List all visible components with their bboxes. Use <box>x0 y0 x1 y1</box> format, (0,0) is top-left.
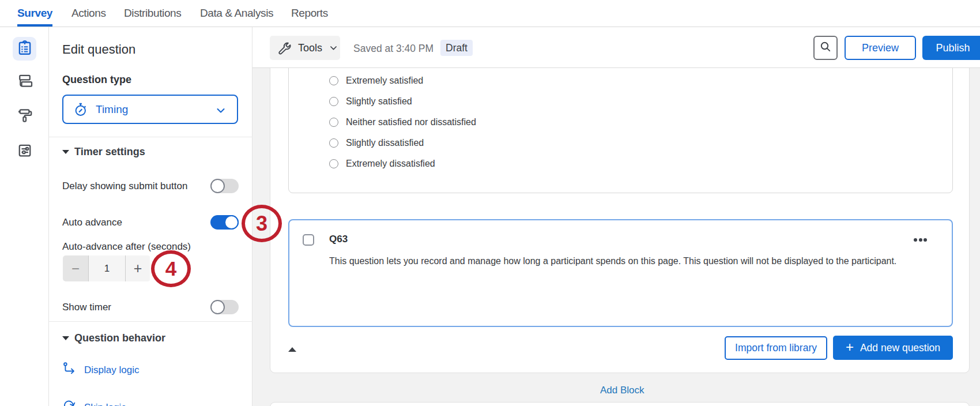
rail-item-survey-options[interactable] <box>13 140 36 163</box>
stepper-decrement-button[interactable]: − <box>63 255 88 281</box>
choice-label: Extremely satisfied <box>346 76 423 86</box>
timer-settings-header[interactable]: Timer settings <box>62 146 145 158</box>
nav-tab-reports[interactable]: Reports <box>291 0 328 27</box>
show-timer-toggle[interactable] <box>210 300 239 314</box>
edit-question-panel: Edit question Question type Timing Timer… <box>49 27 252 406</box>
radio-icon[interactable] <box>329 159 338 168</box>
choice-row: Slightly satisfied <box>329 96 412 107</box>
sliders-icon <box>16 142 33 161</box>
rail-item-blocks[interactable] <box>13 70 36 93</box>
radio-icon[interactable] <box>329 76 338 85</box>
radio-icon[interactable] <box>329 97 338 106</box>
stepper-increment-button[interactable]: + <box>126 255 150 281</box>
show-timer-label: Show timer <box>62 302 111 313</box>
display-logic-icon <box>62 362 77 378</box>
radio-icon[interactable] <box>329 118 338 127</box>
nav-tab-distributions[interactable]: Distributions <box>124 0 181 27</box>
display-logic-link[interactable]: Display logic <box>62 362 139 378</box>
delay-submit-row: Delay showing submit button <box>62 179 239 193</box>
auto-advance-seconds-stepper: − 1 + <box>63 255 150 281</box>
wrench-icon <box>277 41 292 55</box>
choice-row: Extremely satisfied <box>329 75 423 86</box>
question-card-satisfaction[interactable]: Extremely satisfied Slightly satisfied N… <box>288 68 953 193</box>
rail-item-look-and-feel[interactable] <box>13 104 36 127</box>
add-new-question-button[interactable]: + Add new question <box>833 336 953 360</box>
chevron-down-icon <box>329 44 338 52</box>
collapse-triangle-icon <box>62 336 69 340</box>
question-menu-button[interactable] <box>914 238 927 242</box>
timer-settings-heading: Timer settings <box>74 146 145 158</box>
auto-advance-row: Auto advance <box>62 215 239 230</box>
annotation-circle-4: 4 <box>151 250 191 287</box>
stopwatch-icon <box>73 102 89 118</box>
choice-label: Neither satisfied nor dissatisfied <box>346 117 476 127</box>
skip-logic-label: Skip logic <box>84 402 126 406</box>
blocks-icon <box>16 72 33 92</box>
chevron-down-icon <box>216 106 226 118</box>
annotation-number: 4 <box>165 257 176 280</box>
display-logic-label: Display logic <box>84 364 139 376</box>
panel-title: Edit question <box>62 42 135 57</box>
tools-label: Tools <box>298 42 322 54</box>
question-behavior-heading: Question behavior <box>74 332 165 344</box>
clipboard-list-icon <box>16 39 33 59</box>
status-badge: Draft <box>440 40 473 56</box>
survey-toolbar: Tools Saved at 3:40 PM Draft Preview Pub… <box>252 27 980 68</box>
top-navigation: Survey Actions Distributions Data & Anal… <box>0 0 980 27</box>
auto-advance-toggle[interactable] <box>210 215 239 230</box>
question-type-value: Timing <box>96 103 128 116</box>
add-question-label: Add new question <box>860 342 940 354</box>
search-button[interactable] <box>813 36 838 60</box>
divider <box>49 137 252 137</box>
choice-label: Slightly dissatisfied <box>346 138 424 148</box>
search-icon <box>819 40 832 56</box>
skip-logic-icon <box>62 399 77 406</box>
delay-submit-toggle[interactable] <box>210 179 239 193</box>
show-timer-row: Show timer <box>62 300 239 314</box>
choice-row: Slightly dissatisfied <box>329 137 424 148</box>
rail-item-survey-builder[interactable] <box>13 37 36 61</box>
preview-button[interactable]: Preview <box>845 36 916 60</box>
question-card-q63[interactable]: Q63 This question lets you record and ma… <box>288 219 953 327</box>
collapse-triangle-icon <box>62 150 69 154</box>
choice-label: Extremely dissatisfied <box>346 159 435 169</box>
skip-logic-link[interactable]: Skip logic <box>62 399 126 406</box>
collapse-block-button[interactable] <box>288 347 296 352</box>
stepper-value[interactable]: 1 <box>88 255 126 281</box>
annotation-number: 3 <box>256 212 267 236</box>
nav-tab-actions[interactable]: Actions <box>71 0 106 27</box>
question-name: Q63 <box>329 234 348 245</box>
annotation-circle-3: 3 <box>242 205 282 242</box>
divider <box>49 321 252 322</box>
question-type-label: Question type <box>62 74 131 86</box>
add-block-link[interactable]: Add Block <box>600 385 644 396</box>
choice-label: Slightly satisfied <box>346 96 412 107</box>
nav-tab-survey[interactable]: Survey <box>17 0 52 27</box>
question-description: This question lets you record and manage… <box>329 256 896 266</box>
plus-icon: + <box>846 339 854 355</box>
import-from-library-button[interactable]: Import from library <box>725 336 827 360</box>
question-checkbox[interactable] <box>303 234 314 246</box>
delay-submit-label: Delay showing submit button <box>62 181 187 192</box>
toggle-knob <box>210 179 225 193</box>
question-behavior-header[interactable]: Question behavior <box>62 332 165 344</box>
tools-button[interactable]: Tools <box>270 36 340 60</box>
publish-button[interactable]: Publish <box>922 36 980 60</box>
nav-tab-data-analysis[interactable]: Data & Analysis <box>200 0 273 27</box>
toggle-knob <box>224 215 239 230</box>
radio-icon[interactable] <box>329 138 338 148</box>
question-type-select[interactable]: Timing <box>62 95 238 124</box>
toggle-knob <box>210 300 225 314</box>
choice-row: Neither satisfied nor dissatisfied <box>329 116 476 127</box>
paint-roller-icon <box>16 106 33 126</box>
choice-row: Extremely dissatisfied <box>329 158 435 169</box>
saved-status-text: Saved at 3:40 PM <box>353 43 434 55</box>
survey-canvas: Extremely satisfied Slightly satisfied N… <box>252 68 980 406</box>
left-icon-rail <box>0 27 49 406</box>
next-question-block <box>270 402 970 406</box>
auto-advance-label: Auto advance <box>62 217 122 228</box>
